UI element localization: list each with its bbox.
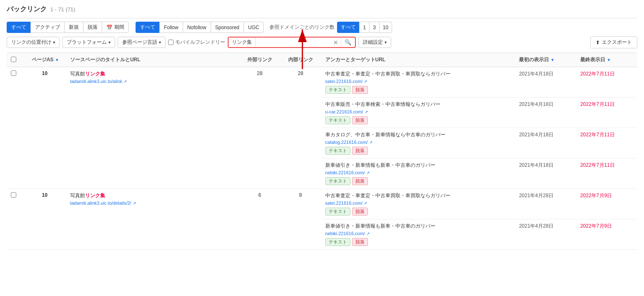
link-type-filter-group: すべて Follow Nofollow Sponsored UGC	[136, 22, 264, 33]
anchor-ext-icon: ↗	[364, 79, 367, 84]
backlinks-table-wrapper: ページAS ▾ ソースページのタイトルとURL 外部リンク 内部リンク アンカー…	[7, 53, 637, 250]
anchor-title: 中古車査定・車査定・中古車買取・車買取ならガリバー	[325, 192, 511, 199]
tag-テキスト: テキスト	[325, 208, 350, 216]
search-box: リンク集 ✕ 🔍	[228, 37, 356, 48]
tag-row: テキスト脱落	[325, 86, 511, 94]
anchor-ext-icon: ↗	[366, 231, 370, 236]
num-filter-group: すべて 1 3 10	[337, 22, 392, 33]
col-header-last: 最終表示日 ▾	[576, 53, 637, 67]
tag-row: テキスト脱落	[325, 238, 511, 246]
tag-row: テキスト脱落	[325, 116, 511, 124]
row-checkbox-1[interactable]	[11, 192, 16, 198]
status-filter-period[interactable]: 📅 期間	[102, 22, 129, 33]
int-links-count: 8	[299, 192, 302, 198]
source-url: tadamiti.alink3.uic.to/alink ↗	[70, 79, 235, 84]
ext-link-icon: ↗	[133, 201, 136, 206]
ext-link-icon: ↗	[123, 79, 127, 84]
link-type-follow[interactable]: Follow	[159, 22, 183, 33]
mobile-friendly-checkbox[interactable]	[168, 40, 174, 45]
search-clear-button[interactable]: ✕	[331, 38, 341, 47]
row-checkbox-0[interactable]	[11, 70, 16, 76]
link-type-sponsored[interactable]: Sponsored	[211, 22, 244, 33]
export-button[interactable]: ⬆ エクスポート	[590, 36, 637, 48]
num-filter-3[interactable]: 3	[369, 22, 379, 33]
anchor-title: 中古車販売・中古車検索・中古車情報ならガリバー	[325, 101, 511, 108]
filter-row-1: すべて アクティブ 新規 脱落 📅 期間 すべて Follow Nofollow…	[7, 22, 637, 33]
link-type-ugc[interactable]: UGC	[244, 22, 264, 33]
last-date: 2022年7月11日	[580, 71, 615, 77]
search-input[interactable]	[256, 38, 331, 47]
anchor-title: 車カタログ、中古車・新車情報なら中古車のガリバー	[325, 131, 511, 138]
tag-脱落: 脱落	[352, 86, 368, 94]
tag-脱落: 脱落	[352, 208, 368, 216]
link-type-nofollow[interactable]: Nofollow	[183, 22, 211, 33]
anchor-entry: 新車値引き・新車情報も新車・中古車のガリバー nebiki.221616.com…	[325, 162, 511, 185]
anchor-url: nebiki.221616.com/ ↗	[325, 231, 511, 236]
as-value: 10	[42, 70, 47, 76]
sort-icon-as[interactable]: ▾	[56, 58, 58, 62]
ref-domain-label: 参照ドメインごとのリンク数	[269, 24, 335, 31]
col-header-as: ページAS ▾	[23, 53, 66, 67]
anchor-url-link[interactable]: satei.221616.com/	[325, 79, 363, 84]
anchor-entry: 車カタログ、中古車・新車情報なら中古車のガリバー catalog.221616.…	[325, 131, 511, 155]
source-title: 写真館リンク集	[70, 192, 235, 199]
tag-row: テキスト脱落	[325, 177, 511, 185]
anchor-url: nebiki.221616.com/ ↗	[325, 170, 511, 175]
last-date: 2022年7月9日	[580, 223, 612, 229]
anchor-url-link[interactable]: catalog.221616.com/	[325, 140, 368, 145]
num-filter-1[interactable]: 1	[359, 22, 369, 33]
anchor-title: 新車値引き・新車情報も新車・中古車のガリバー	[325, 162, 511, 169]
sort-icon-last[interactable]: ▾	[608, 58, 610, 62]
platform-dropdown[interactable]: プラットフォーム	[62, 37, 115, 48]
position-dropdown[interactable]: リンクの位置付け	[7, 37, 60, 48]
mobile-friendly-checkbox-label[interactable]: モバイルフレンドリー	[168, 39, 225, 46]
anchor-title: 新車値引き・新車情報も新車・中古車のガリバー	[325, 223, 511, 230]
tag-脱落: 脱落	[352, 147, 368, 155]
num-filter-10[interactable]: 10	[379, 22, 392, 33]
link-type-all[interactable]: すべて	[136, 22, 159, 33]
anchor-url-link[interactable]: nebiki.221616.com/	[325, 170, 365, 175]
tag-脱落: 脱落	[352, 177, 368, 185]
first-date: 2021年4月18日	[519, 101, 553, 107]
search-tag: リンク集	[229, 38, 256, 47]
anchor-url-link[interactable]: nebiki.221616.com/	[325, 231, 365, 236]
num-filter-all[interactable]: すべて	[337, 22, 359, 33]
col-header-check	[7, 53, 23, 67]
status-filter-all[interactable]: すべて	[7, 22, 30, 33]
as-value: 10	[42, 192, 47, 198]
status-filter-active[interactable]: アクティブ	[30, 22, 64, 33]
anchor-url: catalog.221616.com/ ↗	[325, 140, 511, 145]
first-date: 2021年4月18日	[519, 132, 553, 138]
tag-row: テキスト脱落	[325, 147, 511, 155]
status-filter-new[interactable]: 新規	[64, 22, 83, 33]
anchor-url-link[interactable]: satei.221616.com/	[325, 201, 363, 206]
status-filter-drop[interactable]: 脱落	[83, 22, 102, 33]
sort-icon-first[interactable]: ▾	[551, 58, 553, 62]
page-title: バックリンク 1 - 71 (71)	[7, 5, 637, 14]
select-all-checkbox[interactable]	[11, 57, 16, 62]
table-row: 10 写真館リンク集 tadamiti.alink3.uic.to/alink …	[7, 67, 637, 98]
language-dropdown[interactable]: 参照ページ言語	[118, 37, 166, 48]
tag-脱落: 脱落	[352, 238, 368, 246]
search-go-button[interactable]: 🔍	[341, 38, 355, 47]
tag-テキスト: テキスト	[325, 116, 350, 124]
export-icon: ⬆	[596, 40, 600, 45]
source-title: 写真館リンク集	[70, 70, 235, 78]
tag-テキスト: テキスト	[325, 147, 350, 155]
source-url-link[interactable]: tadamiti.alink3.uic.to/details/2/	[70, 201, 131, 206]
ext-links-count: 28	[257, 70, 262, 76]
col-header-source: ソースページのタイトルとURL	[66, 53, 239, 67]
source-url: tadamiti.alink3.uic.to/details/2/ ↗	[70, 201, 235, 206]
anchor-ext-icon: ↗	[369, 140, 372, 145]
advanced-settings-button[interactable]: 詳細設定	[358, 37, 391, 48]
tag-脱落: 脱落	[352, 116, 368, 124]
col-header-int: 内部リンク	[280, 53, 321, 67]
col-header-anchor: アンカーとターゲットURL	[321, 53, 515, 67]
tag-テキスト: テキスト	[325, 177, 350, 185]
int-links-count: 28	[298, 70, 303, 76]
col-header-first: 最初の表示日 ▾	[515, 53, 576, 67]
source-url-link[interactable]: tadamiti.alink3.uic.to/alink	[70, 79, 122, 84]
first-date: 2021年4月18日	[519, 162, 553, 168]
anchor-url-link[interactable]: u-car.221616.com/	[325, 109, 363, 114]
col-header-ext: 外部リンク	[239, 53, 280, 67]
